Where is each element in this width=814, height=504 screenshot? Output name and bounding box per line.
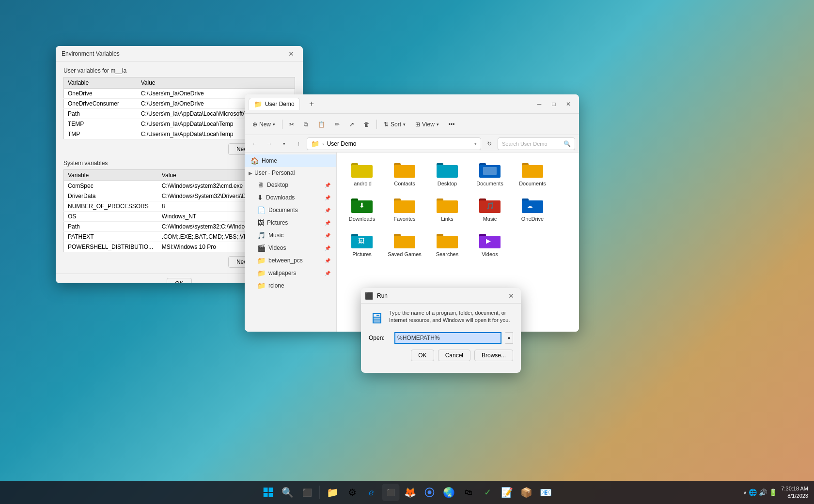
tray-battery-icon[interactable]: 🔋 xyxy=(769,489,777,496)
terminal-button[interactable]: ⬛ xyxy=(382,484,400,501)
wallpapers-icon: 📁 xyxy=(257,269,266,277)
folder-icon-music: 🎵 xyxy=(479,197,501,214)
sidebar-item-home[interactable]: 🏠 Home xyxy=(245,154,336,167)
file-item-documents-yellow[interactable]: Documents xyxy=(513,158,552,190)
run-title-text: Run xyxy=(377,292,501,299)
address-chevron-icon: ▾ xyxy=(474,141,477,146)
search-box[interactable]: Search User Demo 🔍 xyxy=(498,137,575,150)
run-dialog: ⬛ Run ✕ 🖥 Type the name of a program, fo… xyxy=(361,288,521,373)
sidebar-item-desktop[interactable]: 🖥 Desktop 📌 xyxy=(245,179,336,191)
sidebar-item-between-pcs[interactable]: 📁 between_pcs 📌 xyxy=(245,254,336,267)
recent-button[interactable]: ▾ xyxy=(278,137,290,150)
forward-button[interactable]: → xyxy=(263,137,276,150)
run-browse-button[interactable]: Browse... xyxy=(474,350,513,361)
taskbar-clock[interactable]: 7:30:18 AM 8/1/2023 xyxy=(781,485,808,500)
file-item-searches[interactable]: Searches xyxy=(428,229,467,260)
winget-button[interactable]: 📦 xyxy=(518,484,535,501)
more-button[interactable]: ••• xyxy=(445,119,459,130)
documents-icon: 📄 xyxy=(257,206,266,214)
sidebar-item-rclone[interactable]: 📁 rclone xyxy=(245,279,336,292)
refresh-button[interactable]: ↻ xyxy=(483,137,496,150)
tray-volume-icon[interactable]: 🔊 xyxy=(759,489,767,496)
maximize-button[interactable]: □ xyxy=(547,97,561,111)
search-button[interactable]: 🔍 xyxy=(279,484,297,501)
sort-button[interactable]: ⇅ Sort ▾ xyxy=(380,119,409,130)
user-table-header-value: Value xyxy=(137,77,295,89)
pin-icon: 📌 xyxy=(325,258,330,263)
up-button[interactable]: ↑ xyxy=(292,137,305,150)
file-item-documents-blue[interactable]: Documents xyxy=(470,158,509,190)
run-dropdown-button[interactable]: ▾ xyxy=(505,332,513,344)
chrome-button[interactable] xyxy=(421,484,438,501)
file-name-contacts: Contacts xyxy=(394,181,415,187)
run-buttons: OK Cancel Browse... xyxy=(369,350,513,361)
sidebar-item-videos[interactable]: 🎬 Videos 📌 xyxy=(245,242,336,254)
close-button[interactable]: ✕ xyxy=(562,97,575,111)
share-icon: ↗ xyxy=(349,121,354,128)
paste-button[interactable]: 📋 xyxy=(314,119,329,130)
sidebar-item-downloads[interactable]: ⬇ Downloads 📌 xyxy=(245,191,336,204)
file-item-pictures[interactable]: 🖼 Pictures xyxy=(343,229,381,260)
folder-icon-android xyxy=(351,161,373,179)
run-cancel-button[interactable]: Cancel xyxy=(438,350,470,361)
file-grid: .android Contacts Desktop xyxy=(343,158,573,261)
file-item-android[interactable]: .android xyxy=(343,158,381,190)
folder-icon-pictures: 🖼 xyxy=(351,232,373,249)
copy-button[interactable]: ⧉ xyxy=(300,119,312,130)
downloads-icon: ⬇ xyxy=(257,194,263,201)
minimize-button[interactable]: ─ xyxy=(532,97,546,111)
vpn-button[interactable]: 🌏 xyxy=(440,484,458,501)
paste-icon: 📋 xyxy=(318,121,325,128)
file-name-desktop: Desktop xyxy=(438,181,457,187)
file-item-downloads[interactable]: ⬇ Downloads xyxy=(343,194,381,225)
new-tab-button[interactable]: ＋ xyxy=(304,97,319,111)
edge-button[interactable]: ℯ xyxy=(363,484,380,501)
run-close-button[interactable]: ✕ xyxy=(505,290,517,302)
file-name-downloads: Downloads xyxy=(349,216,375,222)
file-item-videos[interactable]: ▶ Videos xyxy=(470,229,509,260)
address-bar[interactable]: 📁 › User Demo ▾ xyxy=(307,137,481,150)
pin-icon: 📌 xyxy=(325,245,330,251)
sidebar-item-wallpapers[interactable]: 📁 wallpapers 📌 xyxy=(245,267,336,279)
sidebar-user-personal-header[interactable]: ▶ User - Personal xyxy=(245,167,336,179)
file-explorer-button[interactable]: 📁 xyxy=(324,484,342,501)
env-close-button[interactable]: ✕ xyxy=(285,48,297,60)
folder-icon-downloads: ⬇ xyxy=(351,197,373,214)
file-item-favorites[interactable]: Favorites xyxy=(385,194,424,225)
file-item-contacts[interactable]: Contacts xyxy=(385,158,424,190)
cut-button[interactable]: ✂ xyxy=(285,119,298,130)
new-button[interactable]: ⊕ New ▾ xyxy=(249,119,279,130)
search-placeholder: Search User Demo xyxy=(502,141,548,147)
sidebar-item-documents[interactable]: 📄 Documents 📌 xyxy=(245,204,336,216)
new-label: New xyxy=(259,121,271,128)
notepad-button[interactable]: 📝 xyxy=(499,484,516,501)
sidebar-item-music[interactable]: 🎵 Music 📌 xyxy=(245,229,336,242)
file-name-music: Music xyxy=(483,216,497,222)
rename-button[interactable]: ✏ xyxy=(331,119,344,130)
file-item-music[interactable]: 🎵 Music xyxy=(470,194,509,225)
sidebar-item-pictures[interactable]: 🖼 Pictures 📌 xyxy=(245,216,336,229)
share-button[interactable]: ↗ xyxy=(345,119,358,130)
ticktick-button[interactable]: ✓ xyxy=(479,484,497,501)
settings-button[interactable]: ⚙ xyxy=(344,484,361,501)
tray-network-icon[interactable]: 🌐 xyxy=(749,489,757,496)
file-item-desktop[interactable]: Desktop xyxy=(428,158,467,190)
tray-chevron-icon[interactable]: ∧ xyxy=(743,490,747,495)
file-item-saved-games[interactable]: Saved Games xyxy=(385,229,424,260)
explorer-tab[interactable]: 📁 User Demo xyxy=(249,98,300,110)
file-item-onedrive[interactable]: ☁ OneDrive xyxy=(513,194,552,225)
delete-button[interactable]: 🗑 xyxy=(360,119,374,130)
run-ok-button[interactable]: OK xyxy=(411,350,434,361)
rename-icon: ✏ xyxy=(335,121,340,128)
env-ok-button[interactable]: OK xyxy=(167,278,191,283)
run-open-input[interactable] xyxy=(394,332,501,344)
firefox-button[interactable]: 🦊 xyxy=(402,484,419,501)
outlook-button[interactable]: 📧 xyxy=(537,484,555,501)
task-view-button[interactable]: ⬛ xyxy=(298,484,316,501)
view-button[interactable]: ⊞ View ▾ xyxy=(411,119,443,130)
store-button[interactable]: 🛍 xyxy=(460,484,477,501)
file-item-links[interactable]: Links xyxy=(428,194,467,225)
back-button[interactable]: ← xyxy=(249,137,261,150)
more-icon: ••• xyxy=(449,121,455,128)
start-button[interactable] xyxy=(260,484,277,501)
